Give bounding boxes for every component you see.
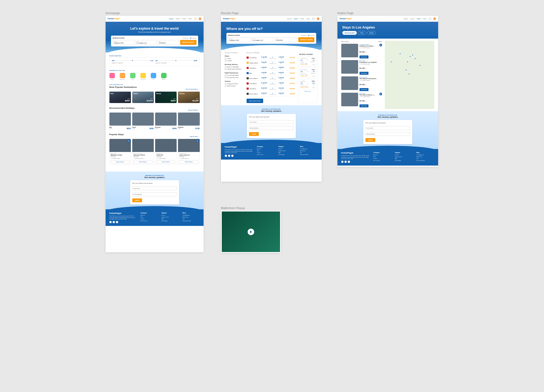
nav-search[interactable]: Search xyxy=(176,18,180,20)
tile-taxi[interactable]: Taxi xyxy=(151,73,156,80)
radio-oneway[interactable]: One-way xyxy=(190,38,196,39)
view-details-button[interactable]: View Details xyxy=(359,55,369,58)
footer-link[interactable]: How we work xyxy=(373,160,391,161)
filter-checkbox[interactable]: Singapore Airlines xyxy=(225,83,244,85)
footer-link[interactable]: Account xyxy=(278,148,296,150)
footer-link[interactable]: Covid Advisory xyxy=(182,214,199,216)
footer-link[interactable]: News xyxy=(373,156,391,157)
submit-button[interactable]: submit xyxy=(132,198,142,202)
flight-row[interactable]: Turkish Airlines 11:35 PMSIN ✈33H 10M, 1… xyxy=(247,55,295,60)
footer-link[interactable]: Covid Advisory xyxy=(300,148,318,150)
footer-link[interactable]: Quarantine Rules xyxy=(300,154,318,155)
avatar[interactable] xyxy=(433,17,436,20)
footer-link[interactable]: Accessibility xyxy=(161,220,179,222)
more-details-button[interactable]: MORE DETAILS xyxy=(179,160,198,164)
nav-hotels[interactable]: Hotels xyxy=(182,18,186,20)
filter-checkbox[interactable]: No overnight flights xyxy=(225,74,244,76)
footer-link[interactable]: How we work xyxy=(140,220,158,222)
pill-recommended[interactable]: Recommended xyxy=(342,31,357,35)
view-details-button[interactable]: View Details xyxy=(359,72,369,75)
footer-link[interactable]: Airline Fees xyxy=(416,156,434,157)
play-button[interactable] xyxy=(248,229,254,235)
footer-link[interactable]: FAQ xyxy=(161,218,179,220)
footer-link[interactable]: Careers xyxy=(140,218,158,220)
email-input[interactable] xyxy=(132,192,177,196)
flight-row[interactable]: Japan Airlines 8:20 PMSIN ✈17H 30M, 1-st… xyxy=(247,66,295,71)
tile-hotel[interactable]: Hotel xyxy=(109,73,115,80)
holiday-card[interactable]: Swiss6D5N$900 xyxy=(132,113,154,129)
footer-link[interactable]: Tips xyxy=(182,218,199,220)
flight-row[interactable]: Turkish Airlines 11:35 PMSIN ✈33H 10M, 1… xyxy=(247,81,295,86)
search-button[interactable]: SEARCH FLIGHTS xyxy=(180,40,196,45)
more-details-button[interactable]: MORE DETAILS xyxy=(156,160,175,164)
twitter-icon[interactable] xyxy=(348,161,350,163)
bell-icon[interactable] xyxy=(429,18,431,20)
footer-link[interactable]: About Us xyxy=(140,214,158,216)
avatar[interactable] xyxy=(317,17,319,20)
dest-card[interactable]: GreeceFROM$1079 xyxy=(132,92,154,103)
recent-card[interactable]: SIN✈LAX Depart On: 7 Sep 2021 xyxy=(112,60,153,64)
dest-card[interactable]: ParisFROM$699 xyxy=(109,92,131,103)
twitter-icon[interactable] xyxy=(116,221,118,223)
show-more-booked[interactable]: Show more ▾ xyxy=(299,91,316,92)
footer-link[interactable]: Tips xyxy=(416,158,434,159)
instagram-icon[interactable] xyxy=(228,155,230,157)
holiday-card[interactable]: Bali4D3N$899 xyxy=(109,113,131,129)
footer-link[interactable]: Careers xyxy=(257,152,275,153)
flight-row[interactable]: Japan Airlines 10:25 PMSIN ✈26H 45M, 1-s… xyxy=(247,86,295,91)
tile-commute[interactable]: Commute xyxy=(140,73,146,80)
footer-link[interactable]: Careers xyxy=(373,158,391,159)
view-details-button[interactable]: View Details xyxy=(359,88,369,91)
logo[interactable]: FickleFlight xyxy=(223,17,235,20)
avatar[interactable] xyxy=(199,17,201,20)
flight-row[interactable]: American Airlines 8:20 PMSIN ✈17H 30M, 1… xyxy=(247,76,295,81)
view-details-button[interactable]: View Details xyxy=(359,104,369,107)
footer-link[interactable]: News xyxy=(257,150,275,151)
footer-link[interactable]: Support Center xyxy=(395,156,413,157)
tile-movies[interactable]: Movies xyxy=(161,73,167,80)
departure-field[interactable]: DepartureSingapore (SIN) xyxy=(113,40,134,45)
nav-offers[interactable]: Offers xyxy=(188,18,192,20)
footer-link[interactable]: FAQ xyxy=(278,152,296,153)
recent-card[interactable]: MY✈DUB Depart On: 9 Sep 2021 xyxy=(156,60,197,64)
arrival-field[interactable]: ArrivalLos Angeles (LA) xyxy=(135,40,156,45)
twitter-icon[interactable] xyxy=(231,155,233,157)
tile-eats[interactable]: Eats xyxy=(130,73,136,80)
filter-checkbox[interactable]: No long stop-overs xyxy=(225,77,244,78)
filter-checkbox[interactable]: Qatar Airways xyxy=(225,85,244,87)
footer-link[interactable]: Accessibility xyxy=(278,154,296,155)
instagram-icon[interactable] xyxy=(345,161,347,163)
map[interactable] xyxy=(385,41,434,109)
filter-checkbox[interactable]: 1 Stop xyxy=(225,58,244,59)
holiday-card[interactable]: Boracay5D4N$699 xyxy=(155,113,177,129)
nav-explore[interactable]: Explore xyxy=(169,18,174,20)
footer-link[interactable]: About Us xyxy=(257,148,275,150)
instagram-icon[interactable] xyxy=(113,221,115,223)
booked-card[interactable]: Singapore Airlines$1128 SIN✈LAX Singapor… xyxy=(299,56,316,67)
footer-link[interactable]: Quarantine Rules xyxy=(182,220,199,222)
more-details-button[interactable]: MORE DETAILS xyxy=(134,160,152,164)
view-all-hol[interactable]: View all holidays → xyxy=(188,109,199,111)
footer-link[interactable]: Support Center xyxy=(278,150,296,151)
video-icon[interactable]: ▶ xyxy=(379,44,382,46)
filter-checkbox[interactable]: 2 Stops xyxy=(225,60,244,61)
filters-link[interactable]: Filters xyxy=(378,41,382,42)
dest-card[interactable]: TuscanyFROM$1245 xyxy=(178,92,199,103)
facebook-icon[interactable] xyxy=(225,155,227,157)
footer-link[interactable]: Support Center xyxy=(161,216,179,218)
date-field[interactable]: Date01/05/2022 xyxy=(158,40,179,45)
footer-link[interactable]: News xyxy=(140,216,158,218)
filter-checkbox[interactable]: Official Airline Websites xyxy=(225,68,244,70)
tile-attractions[interactable]: Attractions xyxy=(120,73,125,80)
footer-link[interactable]: How we work xyxy=(257,154,275,155)
pill-rating[interactable]: Rating xyxy=(367,31,376,35)
footer-link[interactable]: Account xyxy=(395,154,413,155)
flight-row[interactable]: American Airlines 8:20 PMSIN ✈17H 30M, 1… xyxy=(247,91,295,97)
footer-link[interactable]: Covid Advisory xyxy=(416,154,434,155)
footer-link[interactable]: Airline Fees xyxy=(182,216,199,218)
filter-checkbox[interactable]: Book on Fickleflight xyxy=(225,66,244,68)
footer-link[interactable]: FAQ xyxy=(395,158,413,159)
footer-link[interactable]: Tips xyxy=(300,152,318,153)
search-button[interactable]: SEARCH FLIGHTS xyxy=(298,37,315,42)
view-all-stay[interactable]: View all stays → xyxy=(190,136,200,137)
